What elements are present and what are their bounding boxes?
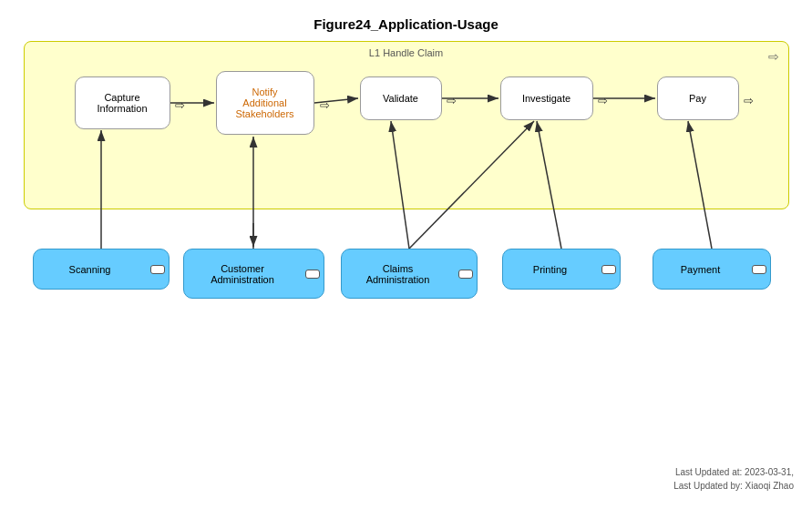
ext-customer-admin: CustomerAdministration [183,249,324,299]
ext-claims-admin: ClaimsAdministration [341,249,478,299]
arrow-pay-out: ⇨ [744,94,754,107]
diagram-area: L1 Handle Claim ⇨ CaptureInformation ⇨ N… [15,41,798,351]
scanning-icon [150,265,165,274]
l1-label: L1 Handle Claim [369,47,443,58]
ext-scanning: Scanning [33,249,170,290]
footer-line2: Last Updated by: Xiaoqi Zhao [673,479,794,493]
l1-arrow-out: ⇨ [768,49,779,64]
ext-printing: Printing [502,249,621,290]
process-notify: NotifyAdditionalStakeholders [216,71,314,135]
arrow-capture-notify: ⇨ [175,98,185,112]
process-validate: Validate [360,76,442,120]
claims-admin-icon [458,270,473,279]
arrow-investigate-pay: ⇨ [598,94,608,107]
process-investigate: Investigate [500,76,593,120]
payment-icon [752,265,766,274]
printing-icon [601,265,616,274]
footer-line1: Last Updated at: 2023-03-31, [673,465,794,479]
footer: Last Updated at: 2023-03-31, Last Update… [673,465,794,493]
process-capture: CaptureInformation [75,76,170,129]
customer-admin-icon [305,270,320,279]
ext-payment: Payment [653,249,771,290]
page-title: Figure24_Application-Usage [0,0,812,41]
arrow-validate-investigate: ⇨ [447,94,457,107]
l1-container: L1 Handle Claim ⇨ CaptureInformation ⇨ N… [24,41,789,209]
arrow-notify-validate: ⇨ [320,98,330,112]
process-pay: Pay [657,76,739,120]
